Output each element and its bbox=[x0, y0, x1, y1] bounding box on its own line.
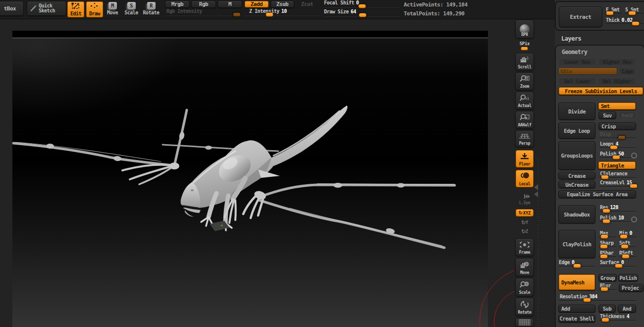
blur-slider[interactable]: Blur bbox=[599, 283, 617, 291]
frame-button[interactable]: Frame bbox=[515, 238, 534, 256]
nav-rotate-button[interactable]: Rotate bbox=[515, 298, 534, 316]
spix-slider[interactable]: SPix bbox=[515, 40, 534, 52]
res-knob[interactable] bbox=[602, 209, 610, 213]
xyz-button[interactable]: ↻ XYZ bbox=[515, 209, 534, 217]
shelf-scroll-arrow2-icon[interactable] bbox=[534, 191, 538, 197]
soft-knob[interactable] bbox=[621, 244, 629, 249]
geometry-section-title[interactable]: Geometry bbox=[562, 49, 587, 55]
focal-shift-knob[interactable] bbox=[358, 4, 366, 8]
scroll-button[interactable]: Scroll bbox=[515, 53, 534, 71]
thickness-knob[interactable] bbox=[601, 318, 609, 322]
rgb-intensity-slider[interactable]: Rgb Intensity bbox=[166, 9, 242, 17]
create-shell-button[interactable]: Create Shell bbox=[558, 315, 595, 323]
thick-knob[interactable] bbox=[632, 21, 640, 26]
lightbox-button[interactable]: tBox bbox=[0, 1, 24, 16]
shadowbox-button[interactable]: ShadowBox bbox=[558, 205, 595, 223]
ctolerance-knob[interactable] bbox=[601, 175, 609, 179]
quick-sketch-button[interactable]: Quick Sketch bbox=[27, 1, 66, 16]
edit-button[interactable]: Edit bbox=[67, 1, 85, 18]
higher-res-button[interactable]: Higher Res bbox=[598, 58, 636, 66]
res-slider[interactable]: Res128 bbox=[599, 205, 636, 213]
equalize-button[interactable]: Equalize Surface Area bbox=[558, 190, 636, 198]
rshar-knob[interactable] bbox=[600, 254, 608, 259]
rsoft-knob[interactable] bbox=[622, 254, 630, 259]
bpr-button[interactable]: BPR bbox=[515, 20, 534, 39]
ctolerance-slider[interactable]: CTolerance bbox=[599, 171, 636, 179]
lsym-button[interactable]: L.Sym bbox=[515, 192, 534, 207]
smt-button[interactable]: Smt bbox=[598, 102, 636, 110]
s-smt-slider[interactable]: S Smt bbox=[625, 7, 644, 15]
scale-button[interactable]: S Scale bbox=[123, 1, 140, 17]
surface-slider[interactable]: Surface0 bbox=[599, 260, 636, 268]
edge-knob[interactable] bbox=[573, 264, 581, 268]
cage-button[interactable]: Cage bbox=[619, 67, 636, 75]
divide-button[interactable]: Divide bbox=[558, 103, 595, 120]
project-button[interactable]: Projec bbox=[619, 284, 644, 292]
rgb-button[interactable]: Rgb bbox=[191, 0, 216, 8]
sharp-knob[interactable] bbox=[600, 244, 608, 249]
and-button[interactable]: And bbox=[618, 305, 636, 313]
document-viewport[interactable] bbox=[12, 31, 488, 327]
add-button[interactable]: Add bbox=[558, 305, 595, 313]
dynamesh-button[interactable]: DynaMesh bbox=[558, 274, 595, 290]
extract-button[interactable]: Extract bbox=[559, 6, 602, 27]
aahalf-button[interactable]: AAHalf bbox=[515, 111, 534, 129]
grid-button[interactable] bbox=[515, 318, 534, 327]
polish2-slider[interactable]: Polish10 bbox=[599, 216, 630, 223]
local-button[interactable]: Local bbox=[515, 169, 534, 188]
reuv-button[interactable]: ReUV bbox=[618, 111, 636, 119]
group-button[interactable]: Group bbox=[598, 274, 617, 281]
polish2-mode-toggle[interactable] bbox=[631, 217, 637, 222]
nav-scale-button[interactable]: Scale bbox=[515, 278, 534, 296]
zadd-button[interactable]: Zadd bbox=[244, 0, 269, 8]
s-smt-knob[interactable] bbox=[628, 11, 636, 15]
actual-button[interactable]: x1 Actual bbox=[515, 92, 534, 109]
model-3d-dragon[interactable] bbox=[12, 31, 488, 327]
draw-size-knob[interactable] bbox=[359, 13, 367, 17]
creaselvl-slider[interactable]: CreaseLvl15 bbox=[599, 180, 636, 188]
m-button[interactable]: M bbox=[217, 0, 242, 8]
rotate-y-button[interactable]: ↻ Y bbox=[515, 218, 534, 226]
disp-knob[interactable] bbox=[618, 135, 626, 140]
layers-section-title[interactable]: Layers bbox=[561, 35, 581, 42]
persp-button[interactable]: Persp bbox=[515, 130, 534, 147]
rotate-button[interactable]: R Rotate bbox=[143, 1, 160, 17]
nav-move-button[interactable]: Move bbox=[515, 258, 534, 276]
del-lower-button[interactable]: Del Lower bbox=[558, 77, 596, 85]
e-smt-slider[interactable]: E Smt bbox=[605, 7, 622, 15]
suv-button[interactable]: Suv bbox=[598, 111, 616, 119]
max-knob[interactable] bbox=[600, 234, 608, 239]
rsoft-slider[interactable]: RSoft bbox=[619, 251, 636, 259]
rotate-z-button[interactable]: ↻ Z bbox=[515, 227, 534, 235]
shelf-scroll-arrow-icon[interactable] bbox=[534, 184, 538, 190]
claypolish-button[interactable]: ClayPolish bbox=[558, 230, 595, 258]
triangle-button[interactable]: Triangle bbox=[598, 161, 636, 169]
crisp-button[interactable]: Crisp bbox=[598, 122, 636, 130]
loops-slider[interactable]: Loops4 bbox=[599, 142, 636, 150]
min-knob[interactable] bbox=[620, 234, 628, 239]
polish-knob[interactable] bbox=[612, 155, 620, 160]
zsub-button[interactable]: Zsub bbox=[270, 0, 294, 8]
min-slider[interactable]: Min0 bbox=[619, 231, 636, 239]
sdiv-slider[interactable]: SDiv bbox=[558, 67, 617, 75]
edge-loop-button[interactable]: Edge Loop bbox=[558, 122, 595, 139]
zoom-button[interactable]: Zoom bbox=[515, 72, 534, 90]
groupsloops-button[interactable]: GroupsLoops bbox=[558, 141, 595, 170]
shelf-scrollbar[interactable] bbox=[537, 159, 539, 327]
move-button[interactable]: M Move bbox=[104, 1, 121, 17]
del-higher-button[interactable]: Del Higher bbox=[598, 77, 636, 85]
polish-mode-toggle[interactable] bbox=[631, 153, 637, 159]
blur-knob[interactable] bbox=[600, 287, 608, 291]
sub-button[interactable]: Sub bbox=[598, 305, 616, 313]
polish2-knob[interactable] bbox=[602, 219, 610, 223]
rgb-intensity-knob[interactable] bbox=[233, 12, 241, 17]
disp-slider[interactable]: Disp bbox=[599, 132, 636, 140]
z-intensity-knob[interactable] bbox=[266, 12, 273, 17]
sharp-slider[interactable]: Sharp bbox=[599, 241, 616, 249]
draw-button[interactable]: Draw bbox=[86, 1, 104, 18]
resolution-knob[interactable] bbox=[583, 298, 591, 302]
z-intensity-slider[interactable]: Z Intensity10 bbox=[244, 9, 320, 17]
loops-knob[interactable] bbox=[610, 145, 618, 150]
polish3-button[interactable]: Polish bbox=[618, 274, 638, 281]
resolution-slider[interactable]: Resolution384 bbox=[558, 294, 636, 302]
